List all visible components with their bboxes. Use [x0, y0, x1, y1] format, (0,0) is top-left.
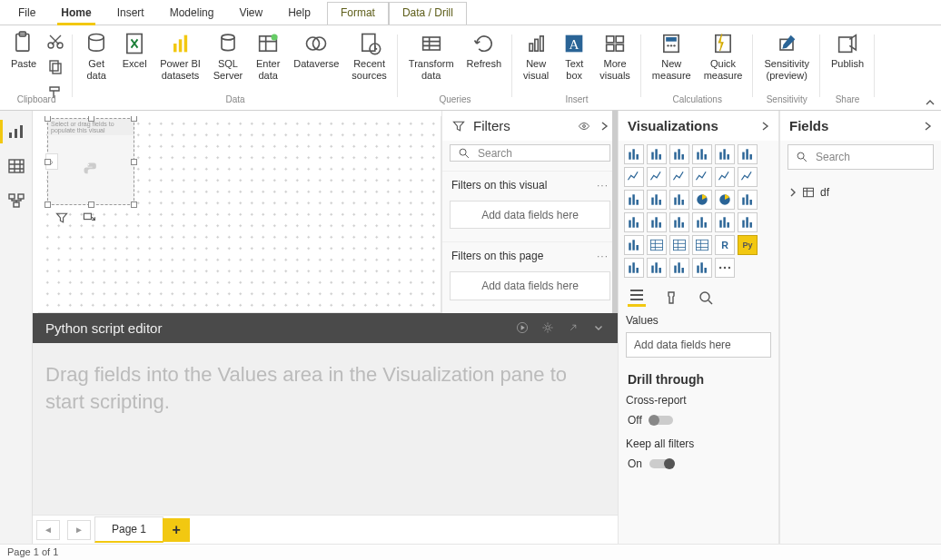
viz-scatter[interactable]: [669, 190, 689, 210]
new-visual-button[interactable]: New visual: [518, 27, 554, 81]
new-measure-button[interactable]: New measure: [647, 27, 697, 81]
viz-line-clustered[interactable]: [715, 167, 735, 187]
collapse-viz-icon[interactable]: [760, 121, 769, 132]
menu-home[interactable]: Home: [48, 3, 104, 25]
viz-python[interactable]: Py: [738, 235, 758, 255]
viz-r[interactable]: R: [715, 235, 735, 255]
viz-waterfall[interactable]: [624, 190, 644, 210]
analytics-tab-icon[interactable]: [697, 289, 715, 307]
filters-visual-dropzone[interactable]: Add data fields here: [450, 201, 610, 229]
svg-point-48: [546, 326, 550, 329]
menu-file[interactable]: File: [5, 3, 48, 25]
format-tab-icon[interactable]: [662, 289, 680, 307]
get-data-button[interactable]: Get data: [78, 27, 114, 81]
copy-button[interactable]: [44, 56, 67, 80]
viz-treemap[interactable]: [738, 190, 758, 210]
cut-button[interactable]: [44, 31, 67, 54]
script-options-icon[interactable]: [541, 321, 554, 334]
viz-matrix[interactable]: [692, 235, 712, 255]
menu-view[interactable]: View: [226, 3, 275, 25]
viz-stacked-column[interactable]: [647, 144, 667, 164]
enter-data-button[interactable]: Enter data: [250, 27, 286, 81]
viz-100-bar[interactable]: [715, 144, 735, 164]
quick-measure-button[interactable]: Quick measure: [698, 27, 748, 81]
sql-server-button[interactable]: SQL Server: [208, 27, 248, 81]
viz-table[interactable]: [669, 235, 689, 255]
report-view-button[interactable]: [7, 123, 25, 140]
page-tabs: ◄ ► Page 1 +: [33, 515, 618, 544]
viz-gauge[interactable]: [692, 212, 712, 232]
menu-modeling[interactable]: Modeling: [157, 3, 227, 25]
fields-search[interactable]: Search: [787, 144, 934, 170]
viz-stacked-area[interactable]: [669, 167, 689, 187]
keep-filters-toggle[interactable]: On: [628, 457, 769, 470]
page-1-tab[interactable]: Page 1: [94, 516, 163, 543]
viz-100-column[interactable]: [738, 144, 758, 164]
menu-help[interactable]: Help: [275, 3, 323, 25]
publish-button[interactable]: Publish: [826, 27, 869, 70]
viz-clustered-column[interactable]: [692, 144, 712, 164]
add-page-button[interactable]: +: [163, 518, 190, 542]
eye-icon[interactable]: [578, 120, 590, 133]
viz-map[interactable]: [624, 212, 644, 232]
svg-rect-9: [179, 39, 183, 52]
report-canvas[interactable]: Select or drag fields to populate this v…: [38, 116, 441, 313]
viz-area[interactable]: [647, 167, 667, 187]
python-visual-placeholder[interactable]: Select or drag fields to populate this v…: [47, 118, 134, 205]
collapse-ribbon-button[interactable]: [925, 97, 936, 108]
viz-key-influencers[interactable]: [624, 258, 644, 278]
viz-donut[interactable]: [715, 190, 735, 210]
text-box-button[interactable]: AText box: [556, 27, 592, 81]
sensitivity-button[interactable]: Sensitivity (preview): [758, 27, 815, 81]
transform-data-button[interactable]: Transform data: [403, 27, 460, 81]
fields-table-df[interactable]: df: [780, 179, 941, 206]
svg-rect-40: [9, 194, 15, 199]
values-dropzone[interactable]: Add data fields here: [626, 332, 771, 358]
more-visuals-button[interactable]: More visuals: [594, 27, 636, 81]
data-view-button[interactable]: [7, 158, 25, 174]
fields-tab-icon[interactable]: [628, 289, 646, 307]
model-view-button[interactable]: [7, 192, 25, 209]
viz-slicer[interactable]: [647, 235, 667, 255]
viz-filled-map[interactable]: [647, 212, 667, 232]
refresh-button[interactable]: Refresh: [461, 27, 508, 70]
menu-format[interactable]: Format: [327, 2, 389, 25]
menu-data-drill[interactable]: Data / Drill: [389, 2, 467, 25]
collapse-script-icon[interactable]: [592, 321, 605, 334]
viz-funnel[interactable]: [647, 190, 667, 210]
new-visual-label: New visual: [523, 58, 549, 81]
viz-qa[interactable]: [669, 258, 689, 278]
filters-search[interactable]: Search: [450, 144, 610, 162]
next-page-button[interactable]: ►: [67, 520, 91, 540]
viz-stacked-bar[interactable]: [624, 144, 644, 164]
dataverse-button[interactable]: Dataverse: [288, 27, 344, 70]
viz-decomposition[interactable]: [647, 258, 667, 278]
viz-line-stacked[interactable]: [692, 167, 712, 187]
run-script-icon[interactable]: [516, 321, 529, 334]
viz-kpi[interactable]: [624, 235, 644, 255]
filters-page-dropzone[interactable]: Add data fields here: [450, 271, 610, 300]
pbi-datasets-button[interactable]: Power BI datasets: [154, 27, 206, 81]
filters-scrollbar[interactable]: [612, 111, 618, 313]
recent-sources-button[interactable]: Recent sources: [346, 27, 392, 81]
popout-script-icon[interactable]: [567, 321, 579, 334]
paste-button[interactable]: Paste: [5, 27, 42, 70]
menu-insert[interactable]: Insert: [104, 3, 157, 25]
svg-rect-91: [700, 217, 702, 227]
viz-ribbon[interactable]: [738, 167, 758, 187]
collapse-fields-icon[interactable]: [923, 121, 932, 132]
viz-azure-map[interactable]: [669, 212, 689, 232]
viz-pie[interactable]: [692, 190, 712, 210]
viz-paginated[interactable]: [692, 258, 712, 278]
viz-multi-card[interactable]: [738, 212, 758, 232]
excel-button[interactable]: Excel: [116, 27, 153, 70]
collapse-filters-icon[interactable]: [599, 121, 609, 132]
viz-dots[interactable]: [715, 258, 735, 278]
focus-mode-icon[interactable]: [82, 211, 96, 225]
prev-page-button[interactable]: ◄: [36, 520, 60, 540]
viz-card[interactable]: [715, 212, 735, 232]
viz-clustered-bar[interactable]: [669, 144, 689, 164]
viz-line[interactable]: [624, 167, 644, 187]
filter-icon[interactable]: [54, 211, 69, 225]
cross-report-toggle[interactable]: Off: [628, 414, 769, 427]
